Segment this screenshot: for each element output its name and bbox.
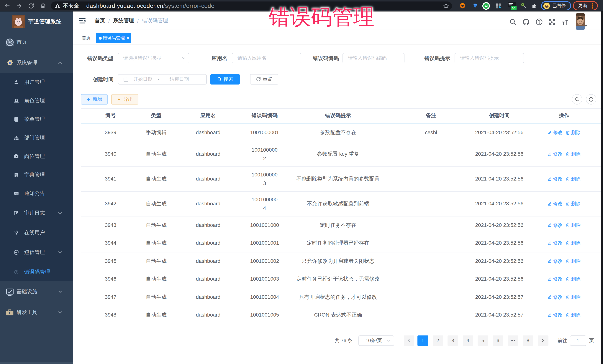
svg-text:on: on — [512, 6, 515, 10]
